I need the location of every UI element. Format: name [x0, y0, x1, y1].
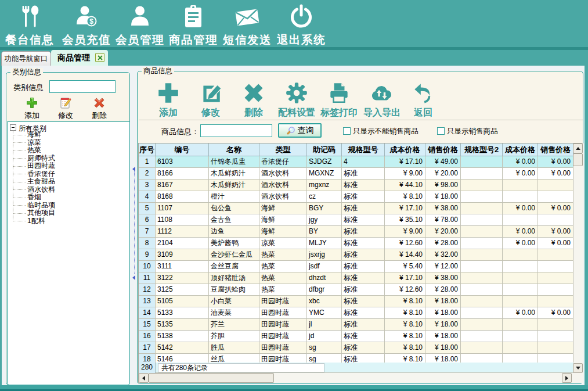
table-row-13[interactable]: 135105小白菜田园时蔬xbc标准¥ 8.10¥ 18.00 [139, 296, 573, 307]
cell-name[interactable]: 丝瓜 [209, 354, 259, 363]
cell-mnemonic[interactable]: jsdf [307, 261, 342, 272]
cell-spec2[interactable] [461, 249, 503, 261]
tree-item-1[interactable]: 海鲜 [27, 131, 41, 139]
tab-product-manage[interactable]: 商品管理 [51, 50, 108, 66]
cell-sale_price2[interactable] [538, 191, 573, 203]
vertical-scrollbar[interactable] [573, 144, 583, 373]
table-row-1[interactable]: 16103什锦冬瓜盅香浓煲仔SJDGZ4¥ 17.10¥ 49.00¥ 0.00… [139, 156, 573, 168]
cell-sale_price[interactable]: ¥ 18.00 [425, 342, 461, 354]
cell-mnemonic[interactable]: sg [307, 354, 342, 363]
column-header-seq[interactable]: 序号 [139, 144, 156, 156]
cell-cost_price[interactable]: ¥ 8.10 [385, 296, 425, 307]
cell-seq[interactable]: 15 [139, 319, 156, 331]
table-row-17[interactable]: 175142胜瓜田园时蔬sg标准¥ 8.10¥ 18.00 [139, 342, 573, 354]
scroll-left-button[interactable] [139, 373, 149, 383]
cell-cost_price[interactable]: ¥ 9.00 [385, 226, 425, 238]
cell-type[interactable]: 田园时蔬 [259, 354, 307, 363]
cell-cost_price2[interactable] [503, 261, 538, 272]
cell-type[interactable]: 田园时蔬 [259, 331, 307, 342]
cell-type[interactable]: 香浓煲仔 [259, 156, 307, 168]
cell-mnemonic[interactable]: YMC [307, 307, 342, 319]
table-row-11[interactable]: 113122顶好猪肚汤热菜dhzdt标准¥ 17.10¥ 38.00 [139, 272, 573, 284]
cell-code[interactable]: 8166 [156, 168, 209, 180]
cell-code[interactable]: 1108 [156, 214, 209, 226]
cell-seq[interactable]: 6 [139, 214, 156, 226]
column-header-mnemonic[interactable]: 助记码 [307, 144, 342, 156]
cell-sale_price2[interactable]: ¥ 0.00 [538, 156, 573, 168]
cell-sale_price[interactable]: ¥ 78.00 [425, 214, 461, 226]
nav-item-sms-send[interactable]: 短信发送 [221, 2, 274, 46]
cell-spec2[interactable] [461, 354, 503, 363]
cell-mnemonic[interactable]: dhzdt [307, 272, 342, 284]
table-row-15[interactable]: 155135芥兰田园时蔬jl标准¥ 8.10¥ 18.00 [139, 319, 573, 331]
cell-name[interactable]: 美炉酱鸭 [209, 238, 259, 249]
cell-spec[interactable]: 标准 [342, 226, 385, 238]
cell-sale_price2[interactable] [538, 214, 573, 226]
cell-type[interactable]: 田园时蔬 [259, 296, 307, 307]
cell-spec[interactable]: 标准 [342, 249, 385, 261]
table-row-8[interactable]: 82104美炉酱鸭凉菜MLJY标准¥ 12.60¥ 28.00¥ 0.00¥ 0… [139, 238, 573, 249]
splitter-arrow-bottom-icon[interactable] [132, 275, 135, 280]
cell-sale_price[interactable]: ¥ 38.00 [425, 272, 461, 284]
tree-item-9[interactable]: 香烟 [27, 193, 41, 202]
cell-mnemonic[interactable]: xbc [307, 296, 342, 307]
cell-code[interactable]: 3122 [156, 272, 209, 284]
cell-seq[interactable]: 17 [139, 342, 156, 354]
cell-sale_price2[interactable] [538, 249, 573, 261]
cell-mnemonic[interactable]: mgxnz [307, 180, 342, 191]
table-row-16[interactable]: 165138芥胆田园时蔬jd标准¥ 8.10¥ 18.00 [139, 331, 573, 342]
cell-type[interactable]: 海鲜 [259, 226, 307, 238]
cell-mnemonic[interactable]: MLJY [307, 238, 342, 249]
cell-spec2[interactable] [461, 342, 503, 354]
cell-name[interactable]: 胜瓜 [209, 342, 259, 354]
table-row-10[interactable]: 103111金丝豆腐热菜jsdf标准¥ 5.40¥ 12.00 [139, 261, 573, 272]
table-row-18[interactable]: 185146丝瓜田园时蔬sg标准¥ 8.10¥ 18.00 [139, 354, 573, 363]
cell-cost_price2[interactable] [503, 191, 538, 203]
cell-seq[interactable]: 7 [139, 226, 156, 238]
cell-spec[interactable]: 标准 [342, 342, 385, 354]
scroll-up-button[interactable] [573, 144, 583, 153]
cell-spec2[interactable] [461, 168, 503, 180]
cell-seq[interactable]: 10 [139, 261, 156, 272]
cell-spec[interactable]: 标准 [342, 261, 385, 272]
tab-function-navigation[interactable]: 功能导航窗口 [1, 51, 51, 66]
product-search-input[interactable] [200, 124, 272, 137]
nav-item-table-info[interactable]: 餐台信息 [3, 2, 56, 46]
cell-sale_price[interactable]: ¥ 98.00 [425, 180, 461, 191]
cell-cost_price2[interactable] [503, 284, 538, 296]
cell-name[interactable]: 边鱼 [209, 226, 259, 238]
column-header-code[interactable]: 编号 [156, 144, 209, 156]
cell-sale_price[interactable]: ¥ 12.00 [425, 261, 461, 272]
cell-seq[interactable]: 14 [139, 307, 156, 319]
horizontal-scroll-thumb[interactable] [149, 373, 274, 383]
cell-code[interactable]: 6103 [156, 156, 209, 168]
cell-name[interactable]: 什锦冬瓜盅 [209, 156, 259, 168]
cell-spec2[interactable] [461, 238, 503, 249]
cell-name[interactable]: 油麦菜 [209, 307, 259, 319]
tree-item-8[interactable]: 酒水饮料 [27, 186, 55, 194]
cell-type[interactable]: 热菜 [259, 261, 307, 272]
cell-cost_price2[interactable] [503, 214, 538, 226]
cell-sale_price[interactable]: ¥ 49.00 [425, 156, 461, 168]
cell-type[interactable]: 酒水饮料 [259, 180, 307, 191]
table-row-3[interactable]: 38167木瓜鲜奶汁酒水饮料mgxnz标准¥ 44.10¥ 98.00 [139, 180, 573, 191]
tree-item-10[interactable]: 临时品项 [27, 202, 55, 210]
cell-code[interactable]: 3111 [156, 261, 209, 272]
cell-spec2[interactable] [461, 203, 503, 214]
cell-sale_price[interactable]: ¥ 20.00 [425, 168, 461, 180]
cell-sale_price2[interactable]: ¥ 0.00 [538, 307, 573, 319]
cell-mnemonic[interactable]: jd [307, 331, 342, 342]
cell-code[interactable]: 2104 [156, 238, 209, 249]
tree-item-7[interactable]: 主食甜品 [27, 178, 55, 186]
cell-name[interactable]: 金沙虾仁金瓜 [209, 249, 259, 261]
cell-seq[interactable]: 9 [139, 249, 156, 261]
cell-spec2[interactable] [461, 261, 503, 272]
cell-name[interactable]: 芥兰 [209, 319, 259, 331]
nav-item-product-manage[interactable]: 商品管理 [167, 2, 220, 46]
cell-seq[interactable]: 18 [139, 354, 156, 363]
cell-cost_price[interactable]: ¥ 14.40 [385, 249, 425, 261]
table-row-2[interactable]: 28166木瓜鲜奶汁酒水饮料MGXNZ标准¥ 9.00¥ 20.00¥ 0.00… [139, 168, 573, 180]
column-header-spec[interactable]: 规格型号 [342, 144, 385, 156]
nav-item-member-recharge[interactable]: $ 会员充值 [60, 2, 113, 46]
cell-cost_price2[interactable]: ¥ 0.00 [503, 203, 538, 214]
